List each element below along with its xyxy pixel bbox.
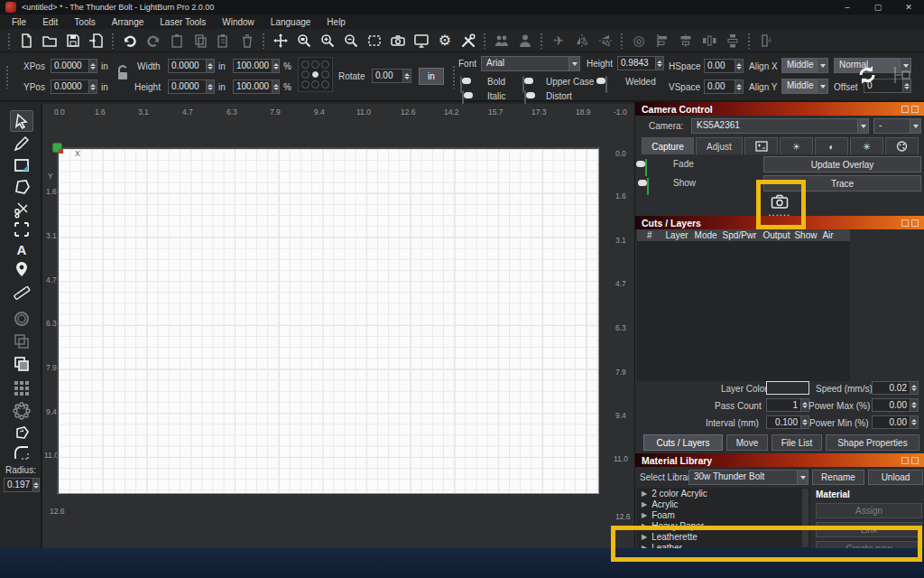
tab-exposure-icon[interactable]	[744, 137, 778, 154]
tab-capture[interactable]: Capture	[642, 137, 694, 154]
font-dropdown[interactable]: Arial	[481, 56, 580, 71]
material-tree-item[interactable]: ▶Foam	[637, 509, 810, 520]
tab-white-balance-icon[interactable]	[885, 137, 919, 154]
pass-count-field[interactable]: 1	[766, 398, 809, 412]
copy-icon[interactable]	[189, 31, 211, 51]
link-material-button[interactable]: Link	[816, 522, 922, 537]
power-min-spinner[interactable]	[910, 416, 918, 428]
machine-tools-icon[interactable]	[457, 31, 479, 51]
expand-icon[interactable]: ▶	[642, 522, 647, 530]
close-panel-icon[interactable]	[911, 457, 919, 464]
polygon-tool[interactable]	[10, 176, 33, 198]
close-panel-icon[interactable]	[911, 219, 919, 227]
rectangle-tool[interactable]	[10, 154, 33, 176]
font-height-field[interactable]: 0.9843	[617, 56, 664, 70]
zoom-selection-icon[interactable]	[293, 31, 315, 51]
device-settings-icon[interactable]: ⚙	[434, 31, 456, 51]
cuts-panel-titlebar[interactable]: Cuts / Layers	[635, 216, 924, 229]
draw-lines-tool[interactable]	[10, 133, 33, 154]
distribute-horizontal-icon[interactable]	[698, 31, 720, 51]
menu-window[interactable]: Window	[214, 14, 263, 29]
ypos-spinner[interactable]	[88, 80, 97, 93]
refresh-text-icon[interactable]	[855, 63, 879, 90]
camera-dropdown[interactable]: KS5A2361	[691, 118, 869, 134]
import-file-icon[interactable]	[86, 31, 107, 51]
height-spinner[interactable]	[206, 80, 214, 93]
anchor-point-grid[interactable]	[298, 57, 333, 92]
welded-toggle[interactable]	[605, 76, 607, 93]
tab-saturation-icon[interactable]: ✳	[850, 137, 883, 154]
paste-special-icon[interactable]	[213, 31, 235, 51]
rotate-spinner[interactable]	[402, 70, 411, 82]
radius-corner-tool[interactable]	[10, 443, 33, 464]
font-height-spinner[interactable]	[655, 57, 663, 70]
user-icon[interactable]	[514, 31, 536, 51]
width-field[interactable]: 0.0000	[168, 59, 215, 73]
send-to-laser-icon[interactable]: ✈	[548, 31, 569, 51]
toolbar-grip[interactable]	[452, 65, 457, 89]
preview-icon[interactable]	[411, 31, 432, 51]
edit-nodes-tool[interactable]	[10, 198, 33, 219]
distribute-vertical-icon[interactable]	[722, 31, 744, 51]
assign-material-button[interactable]: Assign	[816, 503, 922, 518]
tab-brightness-icon[interactable]: ☀	[780, 137, 813, 154]
marquee-tool[interactable]	[10, 219, 33, 240]
new-file-icon[interactable]	[15, 31, 37, 51]
layer-color-swatch[interactable]	[766, 381, 809, 395]
interval-spinner[interactable]	[800, 416, 808, 428]
mirror-vertical-icon[interactable]	[595, 31, 616, 51]
maximize-button[interactable]: ▢	[863, 0, 893, 14]
unload-library-button[interactable]: Unload	[868, 470, 923, 485]
float-panel-icon[interactable]	[901, 219, 909, 227]
paste-icon[interactable]	[166, 31, 188, 51]
material-tree-scrollbar[interactable]	[802, 489, 808, 547]
rotate-field[interactable]: 0.00	[372, 69, 411, 83]
power-min-field[interactable]: 0.00	[872, 415, 919, 429]
height-percent-spinner[interactable]	[272, 80, 279, 93]
menu-arrange[interactable]: Arrange	[104, 14, 152, 29]
circular-array-tool[interactable]	[10, 400, 33, 422]
expand-icon[interactable]: ▶	[642, 500, 647, 508]
menu-laser-tools[interactable]: Laser Tools	[152, 14, 214, 29]
expand-icon[interactable]: ▶	[642, 511, 647, 519]
hspace-spinner[interactable]	[735, 60, 743, 72]
show-toggle[interactable]	[647, 178, 649, 195]
menu-edit[interactable]: Edit	[34, 14, 66, 29]
ypos-field[interactable]: 0.0000	[51, 79, 97, 94]
float-panel-icon[interactable]	[901, 106, 909, 113]
dock-tab-move[interactable]: Move	[726, 434, 768, 451]
toolbar-grip[interactable]	[5, 65, 10, 89]
expand-icon[interactable]: ▶	[642, 489, 647, 498]
vspace-spinner[interactable]	[735, 80, 743, 93]
toolbar-grip[interactable]	[540, 33, 544, 49]
radius-spinner[interactable]	[32, 479, 39, 491]
material-tree-item[interactable]: ▶Leather	[637, 542, 810, 548]
speed-field[interactable]: 0.02	[872, 381, 919, 395]
pass-count-spinner[interactable]	[800, 399, 808, 411]
toolbar-grip[interactable]	[620, 33, 624, 49]
toolbar-grip[interactable]	[747, 33, 752, 49]
zoom-out-icon[interactable]	[340, 31, 362, 51]
material-tree-item[interactable]: ▶Acrylic	[637, 499, 810, 509]
menu-tools[interactable]: Tools	[66, 14, 103, 29]
open-file-icon[interactable]	[39, 31, 60, 51]
text-tool[interactable]: A	[10, 238, 33, 260]
menu-help[interactable]: Help	[319, 14, 354, 29]
close-button[interactable]: ✕	[893, 0, 924, 14]
width-spinner[interactable]	[206, 60, 214, 72]
material-tree-item[interactable]: ▶2 color Acrylic	[637, 488, 810, 499]
zoom-in-icon[interactable]	[317, 31, 338, 51]
dock-tab-file-list[interactable]: File List	[772, 434, 822, 451]
save-file-icon[interactable]	[62, 31, 84, 51]
speed-spinner[interactable]	[910, 382, 918, 394]
menu-language[interactable]: Language	[263, 14, 319, 29]
radius-field[interactable]: 0.197	[4, 478, 40, 492]
width-percent-spinner[interactable]	[272, 60, 279, 72]
camera-lens-dropdown[interactable]: -	[873, 118, 921, 134]
toolbar-grip[interactable]	[262, 33, 266, 49]
grid-array-tool[interactable]	[10, 378, 33, 399]
float-panel-icon[interactable]	[901, 457, 909, 464]
material-panel-titlebar[interactable]: Material Library	[635, 453, 924, 467]
ellipse-tool[interactable]	[10, 308, 33, 330]
width-percent-field[interactable]: 100.000	[233, 59, 280, 73]
